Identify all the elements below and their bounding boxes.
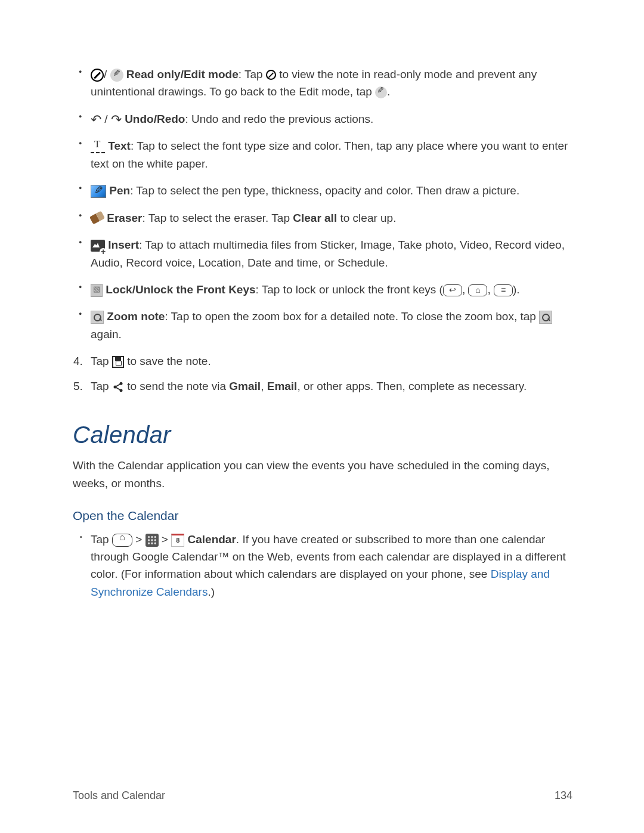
home-key-icon [112,534,132,547]
slash: / [104,113,111,125]
label: Undo/Redo [125,113,185,125]
pen-tool-icon [91,185,106,198]
label: Pen [109,184,130,197]
eraser-icon [89,210,105,224]
zoom-icon [539,311,552,324]
bullet-eraser: Eraser: Tap to select the eraser. Tap Cl… [91,209,572,227]
lock-keys-icon [91,284,103,297]
svg-rect-3 [115,383,122,387]
step-5: Tap to send the note via Gmail, Email, o… [86,377,572,395]
calendar-label: Calendar [184,533,236,546]
back-key-icon: ↩ [443,284,462,296]
read-only-icon [91,69,104,82]
bullet-read-edit: / Read only/Edit mode: Tap to view the n… [91,66,572,101]
label: Text [108,140,131,152]
step-4: Tap to save the note. [86,352,572,370]
apps-grid-icon [145,534,159,547]
email: Email [267,380,298,392]
calendar-app-icon: 8 [171,534,184,547]
home-key-icon: ⌂ [468,284,487,296]
bullet-insert: Insert: Tap to attach multimedia files f… [91,236,572,271]
footer-section: Tools and Calendar [73,788,165,804]
insert-icon [91,240,105,252]
label: Read only/Edit mode [126,68,239,80]
slash: / [104,68,110,80]
save-icon [112,356,124,368]
tool-bullet-list: / Read only/Edit mode: Tap to view the n… [73,66,572,343]
svg-rect-4 [115,386,122,391]
menu-key-icon: ≡ [494,284,513,296]
open-calendar-step: Tap > > 8 Calendar. If you have created … [91,531,572,601]
edit-mode-icon [375,86,387,98]
bullet-text-tool: Text: Tap to select the font type size a… [91,137,572,172]
read-only-icon [266,70,276,80]
subheading-open-calendar: Open the Calendar [73,506,572,526]
share-icon [112,381,124,393]
page-footer: Tools and Calendar 134 [73,788,572,804]
gmail: Gmail [229,380,261,392]
zoom-icon [91,311,104,324]
edit-mode-icon [110,69,123,82]
clear-all: Clear all [293,212,337,224]
bullet-lock-keys: Lock/Unlock the Front Keys: Tap to lock … [91,281,572,298]
section-heading-calendar: Calendar [73,416,572,453]
bullet-pen-tool: Pen: Tap to select the pen type, thickne… [91,182,572,199]
bullet-zoom-note: Zoom note: Tap to open the zoom box for … [91,308,572,343]
undo-icon: ↶ [91,113,101,126]
numbered-steps: Tap to save the note. Tap to send the no… [73,352,572,395]
label: Zoom note [107,310,165,323]
text-tool-icon [91,140,105,153]
bullet-undo-redo: ↶ / ↷ Undo/Redo: Undo and redo the previ… [91,110,572,128]
footer-page-number: 134 [555,788,572,804]
calendar-intro: With the Calendar application you can vi… [73,457,572,492]
label: Eraser [107,212,142,224]
open-calendar-list: Tap > > 8 Calendar. If you have created … [73,531,572,601]
label: Lock/Unlock the Front Keys [106,283,255,296]
redo-icon: ↷ [111,113,122,126]
label: Insert [108,239,139,251]
